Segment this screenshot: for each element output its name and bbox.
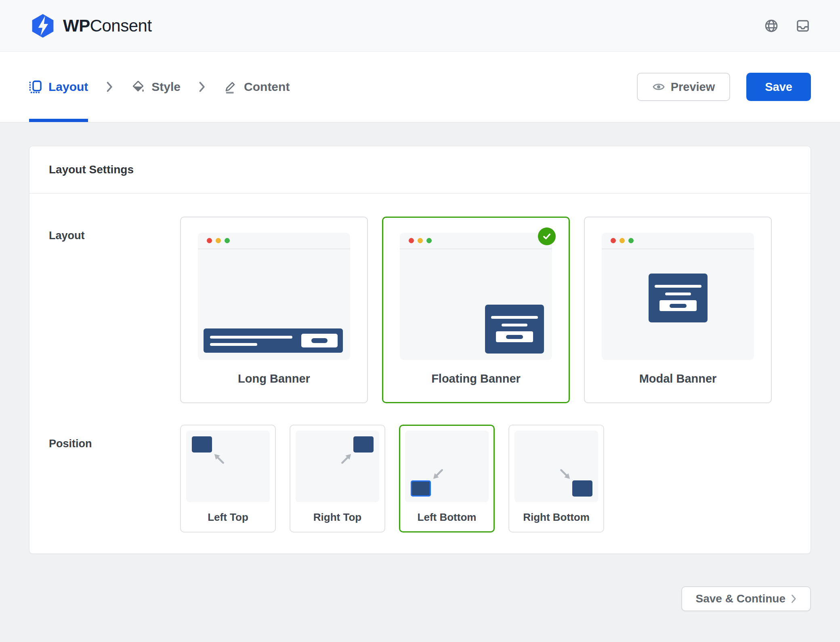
position-row: Position Left Top [29, 425, 811, 533]
position-option-right-bottom[interactable]: Right Bottom [508, 425, 604, 533]
brand-name-bold: WP [63, 16, 90, 35]
tab-style[interactable]: Style [131, 52, 181, 122]
chevron-right-icon [791, 594, 796, 603]
traffic-dot-yellow [216, 238, 221, 243]
position-option-left-top[interactable]: Left Top [180, 425, 276, 533]
style-tab-icon [131, 80, 145, 94]
tab-content-label: Content [244, 80, 290, 94]
chevron-right-icon [199, 82, 205, 92]
browser-mockup-titlebar [198, 233, 350, 249]
arrow-down-right-icon [559, 467, 572, 481]
position-option-label: Right Bottom [514, 511, 598, 524]
traffic-dot-red [409, 238, 414, 243]
traffic-dot-green [225, 238, 230, 243]
globe-icon[interactable] [764, 19, 779, 33]
layout-option-modal-banner[interactable]: Modal Banner [584, 217, 772, 403]
chevron-right-icon [107, 82, 113, 92]
long-banner-preview [204, 328, 343, 353]
layout-options: Long Banner [180, 217, 772, 403]
preview-accept-button [659, 300, 697, 311]
banner-position-rect [572, 480, 592, 497]
arrow-down-left-icon [431, 467, 445, 481]
traffic-dot-green [628, 238, 634, 243]
save-and-continue-label: Save & Continue [696, 592, 785, 605]
brand-name: WPConsent [63, 16, 152, 36]
banner-position-rect [353, 436, 374, 453]
brand-name-regular: Consent [90, 16, 152, 35]
preview-accept-button [496, 331, 533, 342]
floating-banner-preview [485, 305, 544, 354]
browser-mockup [602, 233, 754, 360]
tab-style-label: Style [151, 80, 181, 94]
arrow-up-left-icon [212, 452, 226, 465]
layout-row: Layout [29, 217, 811, 403]
eye-icon [652, 80, 665, 93]
layout-settings-panel: Layout Settings Layout [29, 146, 811, 554]
position-option-left-bottom[interactable]: Left Bottom [399, 425, 495, 533]
save-and-continue-button[interactable]: Save & Continue [681, 586, 811, 611]
preview-accept-button [301, 334, 338, 347]
footer-bar: Save & Continue [29, 586, 811, 611]
inbox-icon[interactable] [796, 19, 810, 33]
preview-button-label: Preview [671, 80, 715, 94]
wpconsent-logo-icon [30, 13, 56, 38]
layout-option-long-banner[interactable]: Long Banner [180, 217, 368, 403]
browser-mockup-titlebar [602, 233, 754, 249]
traffic-dot-yellow [418, 238, 423, 243]
position-option-right-top[interactable]: Right Top [290, 425, 385, 533]
layout-option-label: Modal Banner [602, 372, 754, 385]
tab-content[interactable]: Content [224, 52, 290, 122]
panel-title: Layout Settings [29, 146, 811, 194]
traffic-dot-red [207, 238, 212, 243]
browser-mockup [198, 233, 350, 360]
brand: WPConsent [30, 13, 152, 38]
traffic-dot-red [611, 238, 616, 243]
layout-option-label: Long Banner [198, 372, 350, 385]
traffic-dot-green [426, 238, 432, 243]
save-button[interactable]: Save [746, 73, 811, 101]
preview-button[interactable]: Preview [637, 73, 731, 101]
browser-mockup [400, 233, 552, 360]
tab-layout[interactable]: Layout [29, 52, 88, 122]
position-mockup [296, 431, 379, 502]
position-mockup [514, 431, 598, 502]
content-tab-icon [224, 80, 237, 94]
position-option-label: Left Bottom [405, 511, 489, 524]
layout-option-floating-banner[interactable]: Floating Banner [382, 217, 570, 403]
traffic-dot-yellow [620, 238, 625, 243]
selected-check-icon [538, 227, 556, 245]
layout-row-label: Layout [29, 217, 180, 403]
browser-mockup-titlebar [400, 233, 552, 249]
banner-position-rect-selected [411, 480, 431, 497]
banner-position-rect [192, 436, 212, 453]
layout-tab-icon [29, 80, 42, 93]
app-header: WPConsent [0, 0, 840, 52]
position-mockup [186, 431, 270, 502]
position-option-label: Left Top [186, 511, 270, 524]
position-option-label: Right Top [296, 511, 379, 524]
step-navigation-bar: Layout Style Content [0, 52, 840, 122]
tab-layout-label: Layout [48, 80, 88, 94]
position-options: Left Top Right Top [180, 425, 604, 533]
modal-banner-preview [649, 274, 708, 322]
layout-option-label: Floating Banner [400, 372, 552, 385]
position-row-label: Position [29, 425, 180, 533]
arrow-up-right-icon [340, 452, 353, 465]
position-mockup [405, 431, 489, 502]
